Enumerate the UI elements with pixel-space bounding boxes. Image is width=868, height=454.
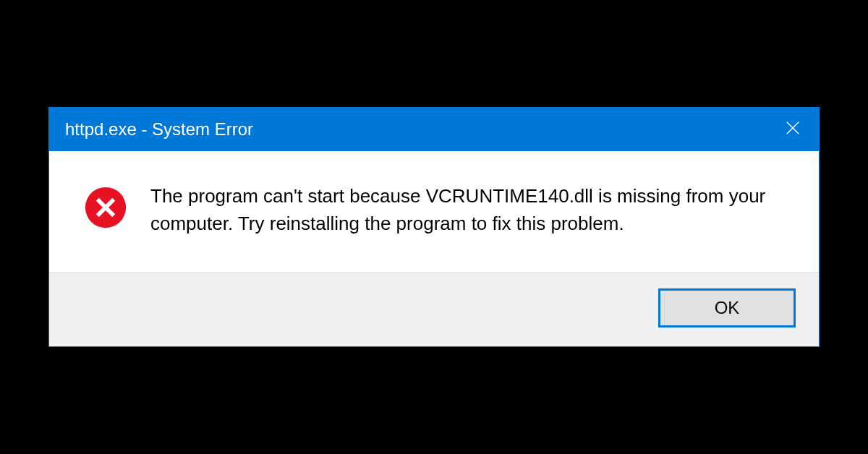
close-icon <box>785 120 801 139</box>
titlebar: httpd.exe - System Error <box>49 108 819 151</box>
error-message: The program can't start because VCRUNTIM… <box>150 183 775 237</box>
ok-button[interactable]: OK <box>658 288 796 327</box>
window-title: httpd.exe - System Error <box>65 119 253 140</box>
dialog-footer: OK <box>49 272 819 346</box>
close-button[interactable] <box>767 108 819 151</box>
dialog-body: The program can't start because VCRUNTIM… <box>49 151 819 272</box>
system-error-dialog: httpd.exe - System Error The program can… <box>48 107 820 347</box>
error-icon <box>84 186 127 229</box>
